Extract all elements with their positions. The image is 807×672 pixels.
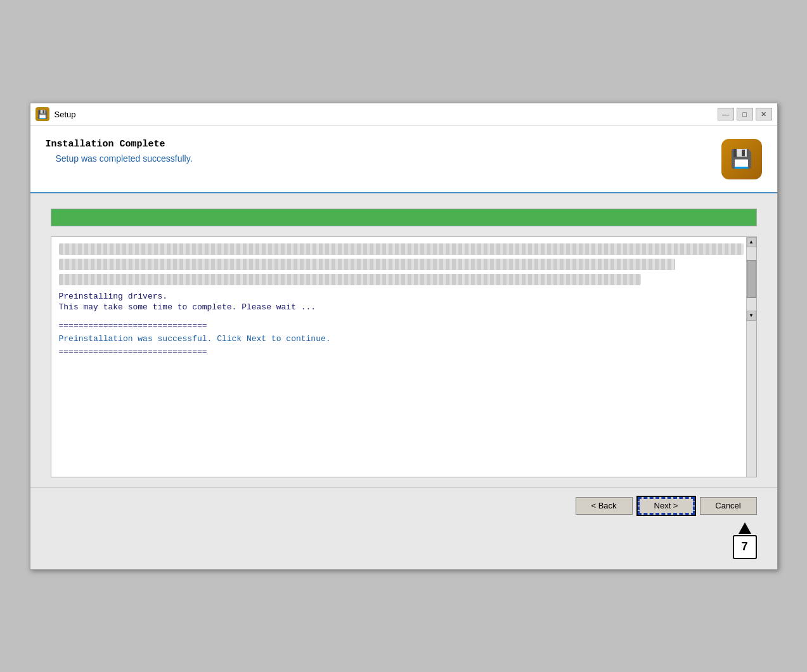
main-content: Preinstalling drivers. This may take som… (30, 193, 777, 488)
title-bar: 💾 Setup — □ ✕ (30, 103, 777, 126)
back-button[interactable]: < Back (576, 497, 633, 515)
scrollbar-up-button[interactable]: ▲ (747, 237, 756, 247)
window-controls: — □ ✕ (718, 108, 772, 120)
scrollbar-track[interactable]: ▲ ▼ (746, 237, 756, 477)
button-row: < Back Next > Cancel (576, 497, 757, 515)
blurred-log-line-2 (59, 259, 675, 270)
annotation-arrow (739, 522, 751, 534)
cancel-button[interactable]: Cancel (700, 497, 757, 515)
log-preinstalling: Preinstalling drivers. (59, 292, 744, 301)
footer-section: < Back Next > Cancel 7 (30, 488, 777, 569)
close-button[interactable]: ✕ (756, 108, 772, 120)
minimize-button[interactable]: — (718, 108, 734, 120)
header-section: Installation Complete Setup was complete… (30, 126, 777, 193)
scrollbar-down-button[interactable]: ▼ (747, 311, 756, 321)
blurred-log-line-1 (59, 243, 744, 255)
maximize-button[interactable]: □ (737, 108, 753, 120)
scrollbar-thumb[interactable] (747, 260, 756, 298)
blurred-log-line-3 (59, 274, 641, 285)
annotation-number: 7 (733, 535, 757, 559)
setup-success-subtitle: Setup was completed successfully. (56, 153, 193, 164)
installation-complete-title: Installation Complete (46, 139, 193, 150)
progress-bar-container (51, 209, 757, 226)
log-box[interactable]: Preinstalling drivers. This may take som… (51, 236, 757, 477)
footer-buttons-container: < Back Next > Cancel 7 (51, 497, 757, 559)
log-wait: This may take some time to complete. Ple… (59, 302, 744, 312)
header-left: Installation Complete Setup was complete… (46, 139, 193, 164)
annotation-container: 7 (733, 522, 757, 559)
window-icon: 💾 (36, 107, 49, 121)
log-success-msg: Preinstallation was successful. Click Ne… (59, 334, 744, 344)
next-button[interactable]: Next > (638, 497, 695, 515)
setup-window: 💾 Setup — □ ✕ Installation Complete Setu… (30, 103, 778, 570)
progress-bar-fill (51, 209, 756, 226)
setup-icon: 💾 (721, 139, 762, 179)
log-separator-1: ============================== (59, 321, 744, 330)
log-separator-2: ============================== (59, 347, 744, 357)
window-title: Setup (55, 110, 718, 119)
